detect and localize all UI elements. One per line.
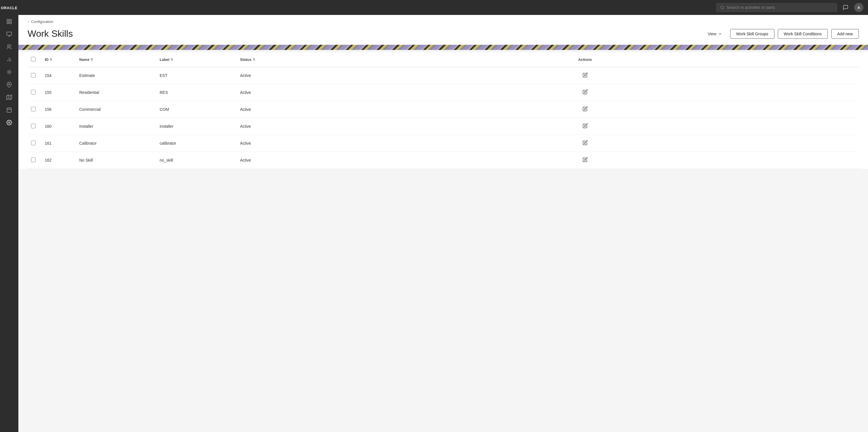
svg-point-22 — [721, 6, 723, 9]
table-area: ID ⇅ Name ⇅ Label — [19, 52, 868, 169]
sidebar-item-location[interactable] — [3, 79, 15, 90]
header-status: Status ⇅ — [237, 52, 311, 67]
row-actions — [311, 101, 859, 118]
row-checkbox-155[interactable] — [31, 90, 36, 94]
main-content: A ↑ Configuration Work Skills View Work … — [19, 0, 868, 432]
row-status: Active — [237, 135, 311, 152]
row-id: 154 — [41, 67, 76, 84]
user-avatar[interactable]: A — [854, 3, 863, 12]
svg-point-12 — [7, 70, 11, 74]
table-row: 162 No Skill no_skill Active — [28, 152, 859, 169]
row-checkbox-160[interactable] — [31, 124, 36, 128]
row-checkbox-154[interactable] — [31, 73, 36, 78]
topbar: A — [19, 0, 868, 15]
work-skill-conditions-button[interactable]: Work Skill Conditions — [778, 29, 828, 39]
id-sort[interactable]: ID ⇅ — [45, 57, 52, 62]
header-checkbox-cell — [28, 52, 41, 67]
row-label: calibrator — [156, 135, 237, 152]
row-checkbox-cell — [28, 84, 41, 101]
row-label: no_skill — [156, 152, 237, 169]
table-body: 154 Estimate EST Active 155 Residential … — [28, 67, 859, 169]
header-label: Label ⇅ — [156, 52, 237, 67]
table-row: 156 Commercial COM Active — [28, 101, 859, 118]
row-id: 162 — [41, 152, 76, 169]
breadcrumb: ↑ Configuration — [19, 15, 868, 26]
edit-button-155[interactable] — [582, 89, 589, 96]
row-status: Active — [237, 152, 311, 169]
edit-button-156[interactable] — [582, 106, 589, 113]
svg-marker-14 — [7, 95, 12, 100]
label-sort[interactable]: Label ⇅ — [160, 57, 173, 62]
row-status: Active — [237, 101, 311, 118]
table-row: 161 Calibrator calibrator Active — [28, 135, 859, 152]
breadcrumb-parent[interactable]: Configuration — [31, 20, 53, 24]
edit-button-162[interactable] — [582, 157, 589, 164]
page-title: Work Skills — [28, 28, 73, 39]
svg-rect-2 — [7, 22, 9, 24]
svg-point-13 — [9, 84, 10, 85]
stripe-banner — [19, 45, 868, 50]
name-sort[interactable]: Name ⇅ — [79, 57, 93, 62]
table-row: 154 Estimate EST Active — [28, 67, 859, 84]
row-checkbox-161[interactable] — [31, 141, 36, 145]
sidebar-item-settings[interactable] — [3, 117, 15, 128]
select-all-checkbox[interactable] — [31, 57, 36, 61]
svg-rect-3 — [10, 22, 11, 24]
sidebar: ORACLE — [0, 0, 19, 432]
header-name: Name ⇅ — [76, 52, 156, 67]
sidebar-item-calendar[interactable] — [3, 104, 15, 116]
svg-line-23 — [723, 8, 724, 9]
row-status: Active — [237, 67, 311, 84]
sidebar-item-map[interactable] — [3, 92, 15, 103]
row-label: COM — [156, 101, 237, 118]
edit-button-154[interactable] — [582, 72, 589, 80]
row-status: Active — [237, 118, 311, 135]
table-row: 160 Installer installer Active — [28, 118, 859, 135]
header-actions-col: Actions — [311, 52, 859, 67]
edit-button-161[interactable] — [582, 140, 589, 147]
view-label: View — [708, 32, 716, 36]
svg-rect-1 — [10, 20, 11, 21]
row-checkbox-cell — [28, 101, 41, 118]
sidebar-item-dashboard[interactable] — [3, 16, 15, 27]
row-name: Calibrator — [76, 135, 156, 152]
svg-rect-17 — [7, 108, 11, 112]
row-name: Installer — [76, 118, 156, 135]
row-actions — [311, 67, 859, 84]
row-checkbox-cell — [28, 118, 41, 135]
row-id: 156 — [41, 101, 76, 118]
id-sort-icon: ⇅ — [50, 58, 52, 61]
edit-button-160[interactable] — [582, 123, 589, 130]
row-label: EST — [156, 67, 237, 84]
svg-point-11 — [9, 71, 10, 73]
table-header-row: ID ⇅ Name ⇅ Label — [28, 52, 859, 67]
svg-rect-4 — [7, 32, 12, 36]
row-id: 161 — [41, 135, 76, 152]
row-checkbox-156[interactable] — [31, 107, 36, 112]
row-actions — [311, 118, 859, 135]
row-actions — [311, 84, 859, 101]
search-bar[interactable] — [716, 3, 837, 12]
status-sort[interactable]: Status ⇅ — [240, 57, 255, 62]
row-checkbox-cell — [28, 135, 41, 152]
search-icon — [720, 5, 724, 10]
row-id: 160 — [41, 118, 76, 135]
sidebar-item-analytics[interactable] — [3, 54, 15, 65]
sidebar-item-routes[interactable] — [3, 66, 15, 78]
view-button[interactable]: View — [703, 29, 727, 38]
row-checkbox-162[interactable] — [31, 158, 36, 162]
work-skill-groups-button[interactable]: Work Skill Groups — [730, 29, 774, 39]
sidebar-item-monitor[interactable] — [3, 28, 15, 40]
svg-point-21 — [9, 122, 10, 123]
label-sort-icon: ⇅ — [170, 58, 173, 61]
row-name: No Skill — [76, 152, 156, 169]
chat-icon[interactable] — [840, 2, 851, 12]
header-id: ID ⇅ — [41, 52, 76, 67]
sidebar-item-users[interactable] — [3, 41, 15, 53]
row-label: installer — [156, 118, 237, 135]
search-input[interactable] — [727, 5, 833, 10]
svg-point-7 — [7, 45, 9, 47]
add-new-button[interactable]: Add new — [831, 29, 859, 39]
row-name: Estimate — [76, 67, 156, 84]
row-checkbox-cell — [28, 67, 41, 84]
